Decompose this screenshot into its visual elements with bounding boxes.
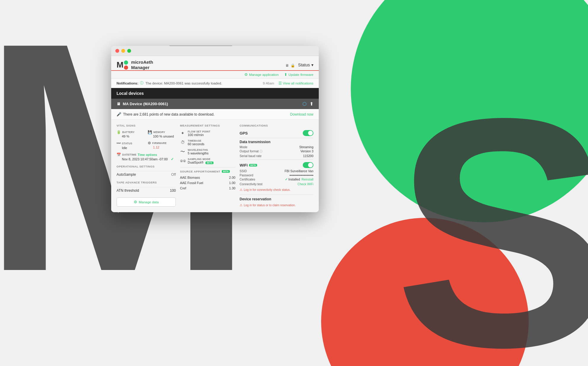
vital-grid: BATTERY 49 % MEMORY 100 % unused xyxy=(117,130,176,161)
atn-label: ATN threshold xyxy=(117,188,139,193)
dt-format-value: Version 3 xyxy=(300,149,313,154)
manage-data-label: Manage data xyxy=(139,200,159,204)
wave-icon xyxy=(180,149,185,155)
gps-toggle[interactable] xyxy=(303,130,313,136)
divider-2 xyxy=(240,159,313,160)
device-name-text: MA Device (MA200-0061) xyxy=(123,102,168,106)
device-row[interactable]: 🖥 MA Device (MA200-0061) ⬡ ⬆ xyxy=(111,99,319,109)
status-icon xyxy=(117,141,121,146)
connectivity-row: Connectivity test Check WiFi xyxy=(240,182,313,186)
memory-label: MEMORY xyxy=(153,131,165,134)
update-firmware-link[interactable]: Update firmware xyxy=(284,72,313,77)
flow-item: FLOW SET POINT 100 ml/min xyxy=(180,130,235,137)
divider-3 xyxy=(240,194,313,195)
wifi-row: WiFi BETA xyxy=(240,162,313,168)
password-value: •••••••••••••••••••••• xyxy=(289,173,313,177)
local-devices-header: Local devices xyxy=(111,88,319,99)
logo-dots xyxy=(124,60,128,70)
minimize-button[interactable] xyxy=(121,49,125,53)
list-icon xyxy=(278,81,282,85)
manage-application-label: Manage application xyxy=(249,73,279,76)
communications-title: COMMUNICATIONS xyxy=(240,124,313,127)
atn-value: 100 xyxy=(170,188,176,193)
autosample-value: Off xyxy=(171,172,176,177)
logo-dot-red xyxy=(124,65,128,70)
view-all-notifications-link[interactable]: View all notifications xyxy=(278,81,313,85)
logo-dot-green xyxy=(124,60,128,65)
notif-message: The device: MA200-0061 was successfully … xyxy=(145,81,222,85)
bg-letter-s: S xyxy=(394,70,588,366)
password-row: Password •••••••••••••••••••••• xyxy=(240,173,313,177)
dt-mode-value: Streaming xyxy=(299,145,313,149)
app-name-line1: microAeth xyxy=(131,60,153,65)
wifi-label-area: WiFi BETA xyxy=(240,163,257,167)
source-beta-badge: BETA xyxy=(222,170,230,173)
usb-icon: ⬡ xyxy=(302,101,307,107)
warn-icon-connectivity xyxy=(240,188,243,192)
datetime-icon xyxy=(117,153,121,157)
battery-icon xyxy=(117,130,121,134)
flow-content: FLOW SET POINT 100 ml/min xyxy=(188,130,210,137)
dt-baud-row: Serial baud rate 115200 xyxy=(240,154,313,158)
device-actions: ⬡ ⬆ xyxy=(302,101,313,107)
source-value-2: 1.30 xyxy=(229,186,235,190)
flow-label: FLOW SET POINT xyxy=(188,130,210,133)
download-now-link[interactable]: Download now xyxy=(290,112,313,116)
logo-m-letter: M xyxy=(117,60,123,70)
wavelengths-label: WAVELENGTHS xyxy=(188,148,208,151)
device-reservation-warning-text: Log in for status or to claim reservatio… xyxy=(244,204,296,207)
status-button[interactable]: Status ▾ xyxy=(298,63,313,67)
autosample-label: AutoSample xyxy=(117,172,136,177)
wifi-toggle[interactable] xyxy=(303,162,313,168)
notif-right: 9:46am View all notifications xyxy=(263,81,313,85)
reinstall-link[interactable]: Reinstall xyxy=(302,178,313,181)
check-wifi-link[interactable]: Check WiFi xyxy=(297,182,313,186)
tape-advance-title: TAPE ADVANCE TRIGGERS xyxy=(117,181,176,184)
battery-label-row: BATTERY xyxy=(117,130,145,134)
certificates-row: Certificates Installed Reinstall xyxy=(240,178,313,181)
view-notifications-label: View all notifications xyxy=(283,81,313,85)
manage-data-button[interactable]: Manage data xyxy=(117,197,176,207)
status-label: Status xyxy=(298,63,310,67)
export-icon[interactable]: ⬆ xyxy=(310,101,313,107)
lock-icon xyxy=(291,62,295,68)
dots-icon xyxy=(180,158,185,163)
notif-left: Notifications: The device: MA200-0061 wa… xyxy=(117,81,222,86)
status-label-row: STATUS xyxy=(117,141,145,146)
manage-application-link[interactable]: Manage application xyxy=(244,72,279,77)
logo-icon: M xyxy=(117,60,128,70)
clock-icon xyxy=(180,140,185,145)
mic-icon xyxy=(117,112,121,116)
status-vital-label: STATUS xyxy=(122,142,132,145)
time-options-link[interactable]: Time options xyxy=(138,153,157,156)
timebase-label: TIMEBASE xyxy=(188,139,204,142)
dt-format-row: Output format ⓘ Version 3 xyxy=(240,149,313,154)
battery-value: 49 % xyxy=(122,135,145,138)
update-firmware-label: Update firmware xyxy=(289,73,313,76)
ssid-value: FBI Surveillance Van xyxy=(285,169,313,173)
cert-right: Installed Reinstall xyxy=(285,178,313,181)
datetime-label: DATE/TIME xyxy=(122,153,136,156)
source-label-1: AAE Fossil Fuel xyxy=(180,181,203,185)
warn-icon-reservation xyxy=(240,203,243,207)
maximize-button[interactable] xyxy=(127,49,131,53)
source-title-row: SOURCE APPORTIONMENT BETA xyxy=(180,170,235,173)
close-button[interactable] xyxy=(115,49,119,53)
connectivity-warning-text: Log in for connectivity check status. xyxy=(244,188,291,191)
logo-area: M microAeth Manager xyxy=(117,60,153,70)
app-name-line2: Manager xyxy=(131,65,153,70)
connectivity-warning: Log in for connectivity check status. xyxy=(240,187,313,193)
gps-row: GPS xyxy=(240,130,313,136)
sampling-beta-badge: BETA xyxy=(205,162,213,164)
firmware-label-row: FIRMWARE xyxy=(148,141,176,145)
app-window: M microAeth Manager Status ▾ xyxy=(111,46,319,212)
source-row-0: AAE Biomass 2.00 xyxy=(180,175,235,180)
header-icons xyxy=(285,62,295,68)
download-message: There are 2,681 points of new data avail… xyxy=(123,112,214,116)
upload-icon xyxy=(284,72,287,77)
dt-format-label: Output format ⓘ xyxy=(240,149,262,154)
operational-settings-title: OPERATIONAL SETTINGS xyxy=(117,165,176,168)
datetime-label-row: DATE/TIME Time options xyxy=(117,153,176,157)
memory-label-row: MEMORY xyxy=(148,130,176,134)
sampling-value: DualSpot® BETA xyxy=(188,161,213,164)
